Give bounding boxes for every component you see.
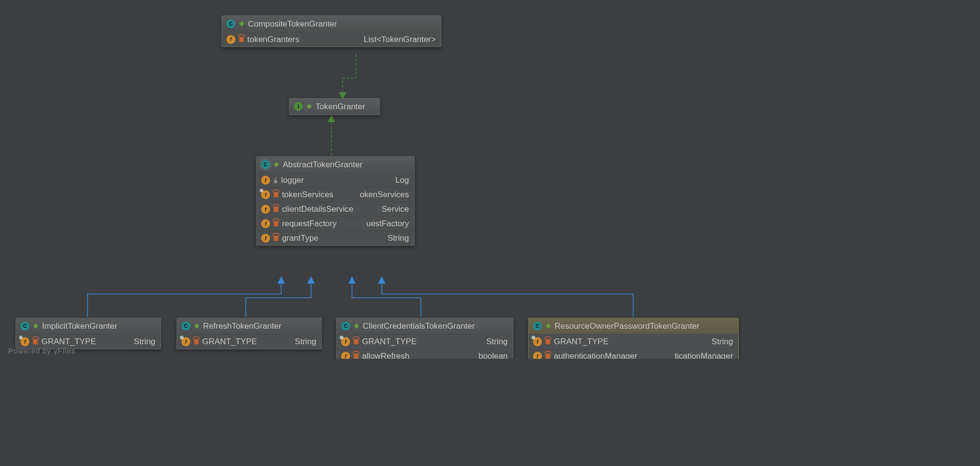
- public-icon: [194, 323, 199, 329]
- protected-icon: [274, 177, 278, 183]
- field-row: requestFactory uestFactory: [257, 216, 415, 231]
- class-title: AbstractTokenGranter: [257, 157, 415, 173]
- field-icon: [341, 337, 350, 346]
- field-icon: [533, 352, 542, 359]
- node-composite-token-granter[interactable]: CompositeTokenGranter tokenGranters List…: [222, 15, 441, 47]
- node-client-credentials-token-granter[interactable]: ClientCredentialsTokenGranter GRANT_TYPE…: [336, 318, 513, 359]
- field-row: allowRefresh boolean: [337, 349, 513, 359]
- class-name: RefreshTokenGranter: [203, 321, 282, 331]
- private-icon: [274, 206, 278, 212]
- field-icon: [261, 190, 270, 199]
- public-icon: [546, 323, 551, 329]
- field-icon: [261, 219, 270, 228]
- public-icon: [239, 21, 244, 27]
- field-row: grantType String: [257, 231, 415, 245]
- private-icon: [274, 221, 278, 226]
- public-icon: [354, 323, 359, 329]
- field-icon: [226, 35, 235, 44]
- field-row: tokenGranters List<TokenGranter>: [222, 32, 441, 46]
- field-row: GRANT_TYPE String: [337, 334, 513, 349]
- class-icon: [20, 321, 29, 330]
- private-icon: [33, 339, 38, 344]
- class-name: ClientCredentialsTokenGranter: [363, 321, 475, 331]
- node-implicit-token-granter[interactable]: ImplicitTokenGranter GRANT_TYPE String: [15, 318, 161, 350]
- private-icon: [274, 235, 278, 241]
- private-icon: [354, 354, 358, 359]
- class-icon: [226, 19, 235, 28]
- field-icon: [261, 234, 270, 243]
- interface-title: TokenGranter: [289, 99, 379, 115]
- class-name: ImplicitTokenGranter: [42, 321, 117, 331]
- class-title: ResourceOwnerPasswordTokenGranter: [529, 318, 739, 334]
- interface-icon: [294, 102, 303, 111]
- public-icon: [274, 162, 279, 167]
- public-icon: [33, 323, 39, 329]
- class-title: ImplicitTokenGranter: [16, 318, 161, 334]
- field-icon: [261, 175, 270, 184]
- private-icon: [239, 37, 243, 42]
- field-row: GRANT_TYPE String: [529, 334, 739, 349]
- private-icon: [546, 354, 550, 359]
- class-title: ClientCredentialsTokenGranter: [337, 318, 513, 334]
- field-icon: [533, 337, 542, 346]
- node-resource-owner-password-token-granter[interactable]: ResourceOwnerPasswordTokenGranter GRANT_…: [528, 318, 739, 359]
- class-icon: [181, 321, 190, 330]
- field-icon: [341, 352, 350, 359]
- field-row: tokenServices okenServices: [257, 187, 415, 202]
- field-icon: [20, 337, 29, 346]
- private-icon: [546, 339, 550, 344]
- node-token-granter[interactable]: TokenGranter: [289, 98, 380, 115]
- class-title: CompositeTokenGranter: [222, 16, 441, 32]
- interface-name: TokenGranter: [315, 102, 365, 111]
- field-row: clientDetailsService Service: [257, 202, 415, 216]
- class-name: ResourceOwnerPasswordTokenGranter: [555, 321, 699, 331]
- class-icon: [533, 321, 542, 330]
- node-abstract-token-granter[interactable]: AbstractTokenGranter logger Log tokenSer…: [256, 156, 415, 246]
- node-refresh-token-granter[interactable]: RefreshTokenGranter GRANT_TYPE String: [177, 318, 322, 350]
- field-row: GRANT_TYPE String: [177, 334, 322, 349]
- class-icon: [341, 321, 350, 330]
- powered-by-label: Powered by yFiles: [8, 347, 75, 355]
- abstract-class-icon: [261, 160, 270, 169]
- field-icon: [181, 337, 190, 346]
- private-icon: [354, 339, 358, 344]
- public-icon: [307, 104, 312, 109]
- class-name: CompositeTokenGranter: [248, 19, 337, 29]
- field-row: authenticationManager ticationManager: [529, 349, 739, 359]
- class-name: AbstractTokenGranter: [282, 160, 362, 169]
- field-row: logger Log: [257, 173, 415, 187]
- field-icon: [261, 205, 270, 214]
- class-title: RefreshTokenGranter: [177, 318, 322, 334]
- private-icon: [194, 339, 198, 344]
- private-icon: [274, 192, 278, 197]
